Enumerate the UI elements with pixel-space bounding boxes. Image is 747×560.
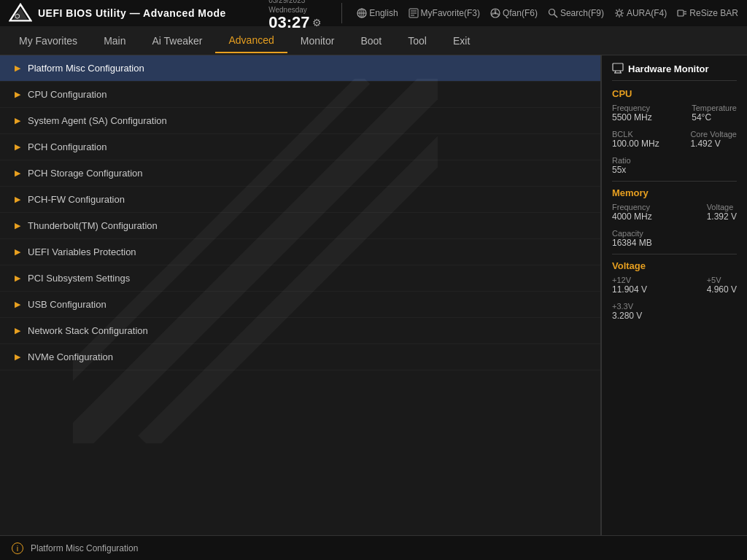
star-icon bbox=[409, 8, 419, 18]
status-description: Platform Misc Configuration bbox=[31, 543, 138, 553]
qfan-tool[interactable]: Qfan(F6) bbox=[490, 8, 538, 18]
arrow-icon: ▶ bbox=[15, 300, 20, 309]
language-tool[interactable]: English bbox=[357, 8, 398, 18]
arrow-icon: ▶ bbox=[15, 273, 20, 283]
hardware-monitor-panel: Hardware Monitor CPU Frequency 5500 MHz … bbox=[601, 55, 747, 535]
cpu-section-title: CPU bbox=[612, 88, 737, 99]
menu-item-label: System Agent (SA) Configuration bbox=[28, 115, 167, 126]
content-area: ▶ Platform Misc Configuration ▶ CPU Conf… bbox=[0, 55, 747, 535]
top-tools: English MyFavorite(F3) Qfan(F6) Search(F… bbox=[357, 8, 738, 18]
menu-item-label: PCI Subsystem Settings bbox=[28, 273, 130, 284]
mem-capacity-label: Capacity bbox=[612, 229, 737, 238]
svg-line-14 bbox=[554, 15, 557, 18]
menu-item-pch-config[interactable]: ▶ PCH Configuration bbox=[0, 134, 600, 160]
clock-area: 03/29/2023Wednesday 03:27 ⚙ bbox=[268, 0, 327, 31]
tab-monitor[interactable]: Monitor bbox=[287, 29, 348, 52]
logo-area: ⬡ UEFI BIOS Utility — Advanced Mode bbox=[9, 3, 226, 23]
v12-value: 11.904 V bbox=[612, 284, 647, 295]
mem-capacity-value: 16384 MB bbox=[612, 238, 737, 248]
left-panel: ▶ Platform Misc Configuration ▶ CPU Conf… bbox=[0, 55, 601, 535]
menu-item-label: Network Stack Configuration bbox=[28, 325, 148, 336]
arrow-icon: ▶ bbox=[15, 142, 20, 152]
tab-tool[interactable]: Tool bbox=[395, 29, 440, 52]
menu-item-label: UEFI Variables Protection bbox=[28, 246, 136, 257]
aura-tool[interactable]: AURA(F4) bbox=[614, 8, 667, 18]
resize-icon bbox=[677, 8, 687, 18]
menu-item-pch-fw[interactable]: ▶ PCH-FW Configuration bbox=[0, 187, 600, 213]
svg-line-23 bbox=[616, 15, 617, 17]
menu-item-nvme-config[interactable]: ▶ NVMe Configuration bbox=[0, 344, 600, 370]
arrow-icon: ▶ bbox=[15, 195, 20, 204]
cpu-freq-value: 5500 MHz bbox=[612, 112, 652, 122]
svg-line-21 bbox=[622, 15, 623, 17]
top-bar: ⬡ UEFI BIOS Utility — Advanced Mode 03/2… bbox=[0, 0, 747, 26]
arrow-icon: ▶ bbox=[15, 247, 20, 257]
mem-voltage-value: 1.392 V bbox=[707, 211, 737, 222]
menu-item-platform-misc[interactable]: ▶ Platform Misc Configuration bbox=[0, 55, 600, 82]
myfavorite-tool[interactable]: MyFavorite(F3) bbox=[409, 8, 480, 18]
arrow-icon: ▶ bbox=[15, 168, 20, 178]
arrow-icon: ▶ bbox=[15, 63, 20, 73]
settings-icon[interactable]: ⚙ bbox=[312, 17, 322, 28]
menu-item-label: PCH-FW Configuration bbox=[28, 194, 125, 205]
arrow-icon: ▶ bbox=[15, 326, 20, 335]
hw-divider-cpu bbox=[612, 181, 737, 182]
tab-main[interactable]: Main bbox=[90, 29, 139, 52]
cpu-voltage-value: 1.492 V bbox=[690, 139, 737, 149]
search-tool[interactable]: Search(F9) bbox=[548, 8, 604, 18]
voltage-12v-row: +12V 11.904 V +5V 4.960 V bbox=[612, 276, 737, 299]
tab-ai-tweaker[interactable]: Ai Tweaker bbox=[139, 29, 215, 52]
globe-icon bbox=[357, 8, 367, 18]
tab-exit[interactable]: Exit bbox=[440, 29, 483, 52]
v33-value: 3.280 V bbox=[612, 311, 737, 321]
cpu-bclk-value: 100.00 MHz bbox=[612, 139, 659, 149]
menu-item-label: PCH Storage Configuration bbox=[28, 168, 143, 179]
mem-voltage-label: Voltage bbox=[707, 203, 737, 211]
v5-value: 4.960 V bbox=[707, 284, 737, 295]
menu-item-network-stack[interactable]: ▶ Network Stack Configuration bbox=[0, 318, 600, 344]
menu-item-system-agent[interactable]: ▶ System Agent (SA) Configuration bbox=[0, 108, 600, 134]
svg-point-13 bbox=[549, 9, 554, 15]
cpu-freq-row: Frequency 5500 MHz Temperature 54°C bbox=[612, 104, 737, 127]
hw-monitor-title: Hardware Monitor bbox=[612, 63, 737, 81]
menu-item-label: Platform Misc Configuration bbox=[28, 63, 144, 74]
v33-label: +3.3V bbox=[612, 302, 737, 311]
aura-icon bbox=[614, 8, 624, 18]
resizebar-tool[interactable]: ReSize BAR bbox=[677, 8, 738, 18]
menu-item-usb-config[interactable]: ▶ USB Configuration bbox=[0, 292, 600, 318]
v5-label: +5V bbox=[707, 276, 737, 284]
mem-freq-label: Frequency bbox=[612, 203, 652, 211]
voltage-section-title: Voltage bbox=[612, 260, 737, 271]
nav-bar: My Favorites Main Ai Tweaker Advanced Mo… bbox=[0, 26, 747, 55]
menu-item-label: NVMe Configuration bbox=[28, 351, 113, 362]
svg-rect-30 bbox=[613, 63, 623, 71]
menu-item-thunderbolt[interactable]: ▶ Thunderbolt(TM) Configuration bbox=[0, 213, 600, 239]
cpu-ratio-value: 55x bbox=[612, 165, 737, 175]
monitor-icon bbox=[612, 63, 624, 74]
tab-advanced[interactable]: Advanced bbox=[215, 28, 287, 53]
menu-item-pci-subsystem[interactable]: ▶ PCI Subsystem Settings bbox=[0, 265, 600, 292]
menu-item-uefi-vars[interactable]: ▶ UEFI Variables Protection bbox=[0, 239, 600, 265]
tab-my-favorites[interactable]: My Favorites bbox=[6, 29, 90, 52]
arrow-icon: ▶ bbox=[15, 90, 20, 99]
svg-point-15 bbox=[617, 11, 622, 15]
cpu-bclk-label: BCLK bbox=[612, 130, 659, 139]
cpu-freq-label: Frequency bbox=[612, 104, 652, 112]
menu-item-label: Thunderbolt(TM) Configuration bbox=[28, 220, 158, 231]
mem-freq-value: 4000 MHz bbox=[612, 211, 652, 222]
cpu-ratio-label: Ratio bbox=[612, 156, 737, 165]
hw-divider-memory bbox=[612, 254, 737, 254]
svg-rect-24 bbox=[678, 10, 684, 16]
menu-item-label: PCH Configuration bbox=[28, 141, 107, 152]
cpu-voltage-label: Core Voltage bbox=[690, 130, 737, 139]
cpu-temp-value: 54°C bbox=[692, 112, 737, 122]
menu-item-pch-storage[interactable]: ▶ PCH Storage Configuration bbox=[0, 160, 600, 187]
arrow-icon: ▶ bbox=[15, 116, 20, 125]
memory-section-title: Memory bbox=[612, 187, 737, 198]
info-icon: i bbox=[12, 542, 23, 554]
mem-freq-row: Frequency 4000 MHz Voltage 1.392 V bbox=[612, 203, 737, 226]
menu-item-cpu-config[interactable]: ▶ CPU Configuration bbox=[0, 82, 600, 108]
cpu-bclk-row: BCLK 100.00 MHz Core Voltage 1.492 V bbox=[612, 130, 737, 153]
tab-boot[interactable]: Boot bbox=[347, 29, 395, 52]
search-icon bbox=[548, 8, 558, 18]
